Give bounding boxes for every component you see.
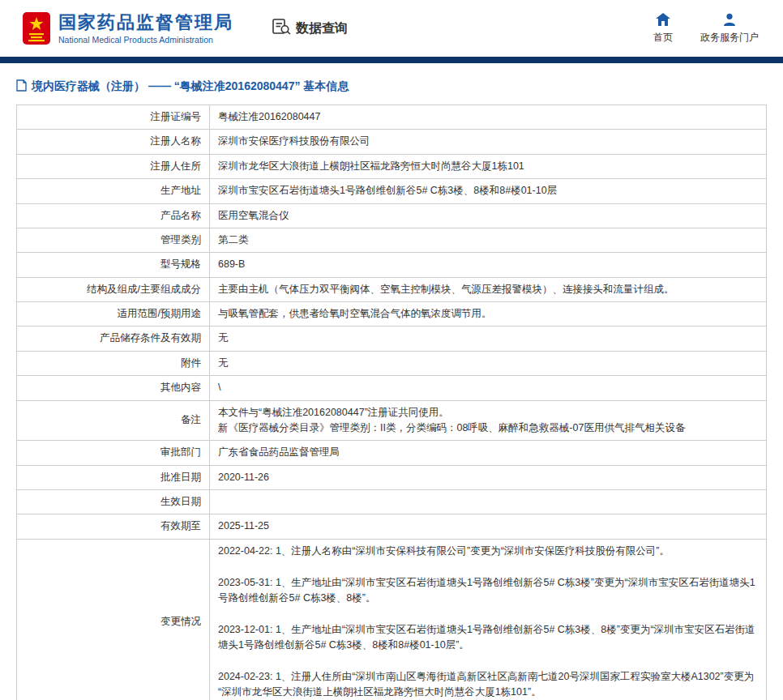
field-label: 管理类别 <box>17 228 210 252</box>
field-value: 第二类 <box>210 228 767 252</box>
field-label: 有效期至 <box>17 514 210 539</box>
field-value: 本文件与“粤械注准20162080447”注册证共同使用。 新《医疗器械分类目录… <box>210 400 767 441</box>
national-emblem-icon <box>23 12 50 45</box>
field-label: 注册人名称 <box>17 130 210 154</box>
main-content: 境内医疗器械（注册） —— “粤械注准20162080447” 基本信息 注册证… <box>0 79 783 700</box>
field-value: 医用空氧混合仪 <box>210 203 767 228</box>
nav-gov-portal-label: 政务服务门户 <box>700 31 759 45</box>
field-value <box>210 490 767 514</box>
field-value: 主要由主机（气体压力双平衡阀体、空氧主控制模块、气源压差报警模块）、连接接头和流… <box>210 277 767 301</box>
field-value: 深圳市宝安区石岩街道塘头1号路创维创新谷5# C栋3楼、8楼和8#楼01-10层 <box>210 179 767 203</box>
field-label: 批准日期 <box>17 465 210 489</box>
field-label: 适用范围/预期用途 <box>17 302 210 327</box>
field-value: 与吸氧管配套，供患者给氧时空氧混合气体的氧浓度调节用。 <box>210 302 767 327</box>
field-value: 广东省食品药品监督管理局 <box>210 441 767 465</box>
field-value: 689-B <box>210 253 767 277</box>
field-label: 生效日期 <box>17 490 210 514</box>
field-label: 其他内容 <box>17 376 210 400</box>
field-value: 深圳市龙华区大浪街道上横朗社区福龙路旁恒大时尚慧谷大厦1栋101 <box>210 154 767 178</box>
page-title-text: 境内医疗器械（注册） —— “粤械注准20162080447” 基本信息 <box>32 79 349 94</box>
field-value: 2025-11-25 <box>210 514 767 539</box>
org-name-cn: 国家药品监督管理局 <box>58 12 233 33</box>
field-label: 附件 <box>17 351 210 375</box>
table-row: 生产地址 深圳市宝安区石岩街道塘头1号路创维创新谷5# C栋3楼、8楼和8#楼0… <box>17 179 767 203</box>
document-icon <box>16 79 27 94</box>
field-value: 无 <box>210 327 767 351</box>
field-label: 产品储存条件及有效期 <box>17 327 210 351</box>
field-value: 无 <box>210 351 767 375</box>
table-row: 结构及组成/主要组成成分 主要由主机（气体压力双平衡阀体、空氧主控制模块、气源压… <box>17 277 767 301</box>
nav-data-query[interactable]: 数据查询 <box>272 19 348 38</box>
table-row: 备注 本文件与“粤械注准20162080447”注册证共同使用。 新《医疗器械分… <box>17 400 767 441</box>
table-row: 适用范围/预期用途 与吸氧管配套，供患者给氧时空氧混合气体的氧浓度调节用。 <box>17 302 767 327</box>
field-label: 注册人住所 <box>17 154 210 178</box>
table-row: 生效日期 <box>17 490 767 514</box>
field-label: 生产地址 <box>17 179 210 203</box>
nav-home[interactable]: 首页 <box>653 13 673 45</box>
field-value: \ <box>210 376 767 400</box>
table-row: 型号规格 689-B <box>17 253 767 277</box>
table-row: 批准日期 2020-11-26 <box>17 465 767 489</box>
table-row: 产品名称 医用空氧混合仪 <box>17 203 767 228</box>
field-value: 2020-11-26 <box>210 465 767 489</box>
table-row: 管理类别 第二类 <box>17 228 767 252</box>
table-row: 注册证编号 粤械注准20162080447 <box>17 105 767 130</box>
table-row: 产品储存条件及有效期 无 <box>17 327 767 351</box>
org-name-en: National Medical Products Administration <box>58 35 233 45</box>
field-label: 型号规格 <box>17 253 210 277</box>
table-row: 注册人住所 深圳市龙华区大浪街道上横朗社区福龙路旁恒大时尚慧谷大厦1栋101 <box>17 154 767 178</box>
device-info-table: 注册证编号 粤械注准20162080447 注册人名称 深圳市安保医疗科技股份有… <box>16 105 767 700</box>
home-icon <box>656 13 670 28</box>
field-label: 注册证编号 <box>17 105 210 130</box>
data-query-icon <box>272 19 292 38</box>
field-label: 结构及组成/主要组成成分 <box>17 277 210 301</box>
field-label: 产品名称 <box>17 203 210 228</box>
nav-home-label: 首页 <box>653 31 673 45</box>
table-row: 附件 无 <box>17 351 767 375</box>
site-header: 国家药品监督管理局 National Medical Products Admi… <box>0 0 783 57</box>
data-query-label: 数据查询 <box>296 20 348 37</box>
field-value-change-history: 2022-04-22: 1、注册人名称由“深圳市安保科技有限公司”变更为“深圳市… <box>210 539 767 700</box>
table-row: 注册人名称 深圳市安保医疗科技股份有限公司 <box>17 130 767 154</box>
nmpa-logo[interactable]: 国家药品监督管理局 National Medical Products Admi… <box>23 12 233 45</box>
table-row: 其他内容 \ <box>17 376 767 400</box>
header-divider-bar <box>0 57 783 63</box>
field-label: 审批部门 <box>17 441 210 465</box>
user-icon <box>723 13 736 28</box>
page-title: 境内医疗器械（注册） —— “粤械注准20162080447” 基本信息 <box>16 79 767 94</box>
table-row: 变更情况 2022-04-22: 1、注册人名称由“深圳市安保科技有限公司”变更… <box>17 539 767 700</box>
field-label: 变更情况 <box>17 539 210 700</box>
field-label: 备注 <box>17 400 210 441</box>
field-value: 深圳市安保医疗科技股份有限公司 <box>210 130 767 154</box>
table-row: 审批部门 广东省食品药品监督管理局 <box>17 441 767 465</box>
table-row: 有效期至 2025-11-25 <box>17 514 767 539</box>
field-value: 粤械注准20162080447 <box>210 105 767 130</box>
nav-gov-portal[interactable]: 政务服务门户 <box>700 13 759 45</box>
